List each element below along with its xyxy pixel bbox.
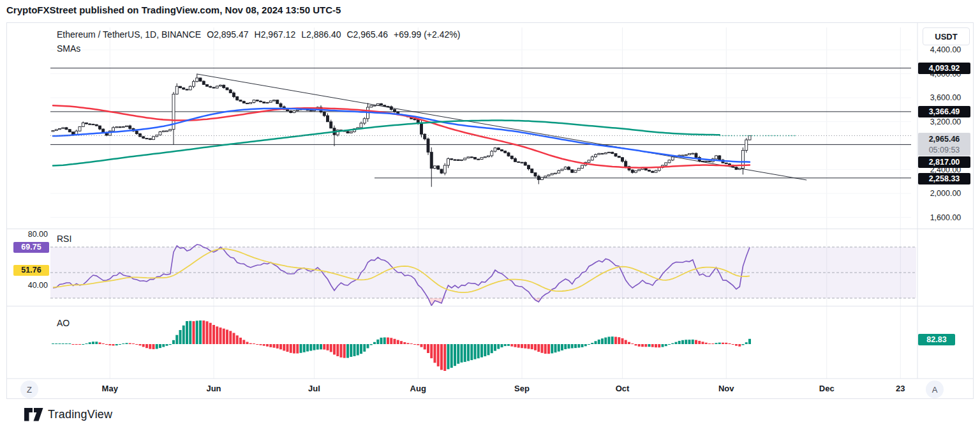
- ao-pane-title[interactable]: AO: [57, 318, 70, 328]
- auto-scale-button[interactable]: A: [926, 380, 944, 398]
- current-price-badge: 2,965.46 05:09:53: [918, 133, 970, 156]
- attribution-text: CryptoFXStreet published on TradingView.…: [6, 4, 341, 15]
- ohlc-high: H2,967.12: [255, 29, 296, 40]
- main-pane: [50, 68, 911, 187]
- rsi-ma-value-badge: 51.76: [13, 265, 49, 276]
- rsi-pane-title[interactable]: RSI: [57, 234, 71, 244]
- price-tick-label: 1,600.00: [919, 213, 972, 223]
- ohlc-change: +69.99 (+2.42%): [394, 29, 460, 40]
- time-axis-label: Dec: [819, 384, 835, 393]
- ohlc-close: C2,965.46: [346, 29, 388, 40]
- chart-legend[interactable]: Ethereum / TetherUS, 1D, BINANCEO2,895.4…: [57, 29, 466, 40]
- pane-separators: [7, 23, 973, 379]
- rsi-scale-label: 40.00: [7, 280, 48, 290]
- price-level-badge: 3,366.49: [918, 106, 970, 117]
- symbol-title[interactable]: Ethereum / TetherUS, 1D, BINANCE: [57, 29, 201, 40]
- ohlc-open: O2,895.47: [207, 29, 248, 40]
- chart-plot-area[interactable]: [7, 23, 973, 398]
- time-axis-label: May: [102, 384, 118, 393]
- time-axis-label: Aug: [410, 384, 426, 393]
- price-level-badge: 2,258.33: [918, 173, 970, 184]
- rsi-scale-label: 80.00: [7, 229, 48, 239]
- rsi-value-badge: 69.75: [13, 242, 49, 253]
- rsi-pane: [50, 245, 916, 306]
- time-axis-label: Nov: [718, 384, 734, 393]
- tradingview-logo-text: TradingView: [48, 408, 112, 421]
- price-tick-label: 2,000.00: [919, 188, 972, 199]
- tradingview-logo-icon: [24, 408, 43, 421]
- price-tick-label: 3,600.00: [919, 93, 972, 103]
- ao-value-badge: 82.83: [918, 334, 955, 345]
- current-price-value: 2,965.46: [918, 134, 970, 145]
- tradingview-logo[interactable]: TradingView: [24, 408, 112, 421]
- timezone-button[interactable]: Z: [20, 380, 38, 398]
- price-level-badge: 4,093.92: [918, 63, 970, 74]
- time-axis-label: Jun: [206, 384, 221, 393]
- price-level-badge: 2,817.00: [918, 156, 970, 168]
- price-tick-label: 3,200.00: [919, 117, 972, 127]
- ohlc-low: L2,886.40: [301, 29, 341, 40]
- price-tick-label: 4,400.00: [919, 45, 972, 55]
- candles: [52, 74, 751, 187]
- bar-countdown: 05:09:53: [918, 145, 970, 156]
- ao-pane: [52, 320, 751, 371]
- time-axis-label: Sep: [514, 384, 530, 393]
- time-axis-label: Jul: [308, 384, 320, 393]
- chart-widget: Ethereum / TetherUS, 1D, BINANCEO2,895.4…: [6, 22, 974, 399]
- gridlines: [50, 27, 911, 379]
- time-axis-label: 23: [896, 384, 905, 393]
- indicator-legend-smas[interactable]: SMAs: [57, 43, 80, 54]
- time-axis-label: Oct: [616, 384, 630, 393]
- currency-toggle-button[interactable]: USDT: [923, 27, 970, 45]
